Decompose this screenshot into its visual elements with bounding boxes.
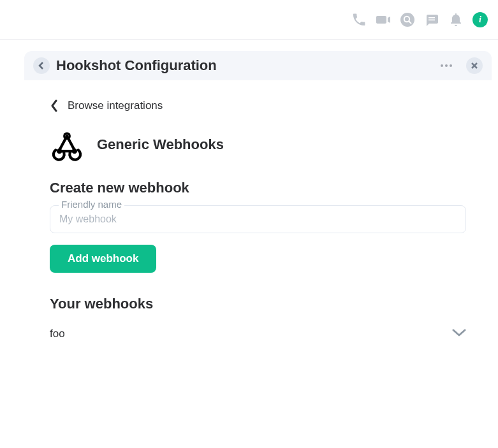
webhook-icon	[50, 127, 84, 162]
friendly-name-field: Friendly name	[50, 205, 466, 233]
svg-point-9	[57, 148, 62, 154]
panel-title: Hookshot Configuration	[56, 57, 432, 74]
info-icon[interactable]: i	[472, 12, 488, 27]
svg-rect-4	[428, 19, 435, 20]
create-heading: Create new webhook	[50, 180, 466, 196]
svg-rect-3	[428, 17, 435, 18]
chevron-down-icon	[452, 328, 466, 340]
webhook-name: foo	[50, 328, 65, 340]
add-webhook-button[interactable]: Add webhook	[50, 245, 156, 273]
integration-header: Generic Webhooks	[50, 127, 466, 162]
chat-icon[interactable]	[424, 12, 439, 27]
video-icon[interactable]	[376, 12, 391, 27]
panel-header: Hookshot Configuration	[24, 51, 492, 80]
top-bar: i	[0, 0, 498, 40]
panel-body: Browse integrations Generic Webhooks Cre…	[24, 80, 492, 359]
more-menu-button[interactable]	[438, 62, 455, 69]
browse-label: Browse integrations	[68, 99, 163, 112]
webhook-row[interactable]: foo	[50, 321, 466, 347]
svg-point-10	[72, 148, 77, 154]
friendly-name-label: Friendly name	[59, 199, 124, 210]
phone-icon[interactable]	[351, 12, 367, 27]
integration-name: Generic Webhooks	[97, 136, 224, 153]
your-webhooks-heading: Your webhooks	[50, 296, 466, 312]
info-glyph: i	[479, 15, 481, 25]
chevron-left-icon	[50, 99, 59, 112]
bell-icon[interactable]	[448, 12, 464, 27]
search-icon[interactable]	[400, 12, 415, 27]
close-button[interactable]	[466, 57, 483, 74]
svg-point-0	[400, 13, 414, 27]
browse-integrations-link[interactable]: Browse integrations	[50, 99, 466, 112]
back-button[interactable]	[33, 57, 50, 74]
